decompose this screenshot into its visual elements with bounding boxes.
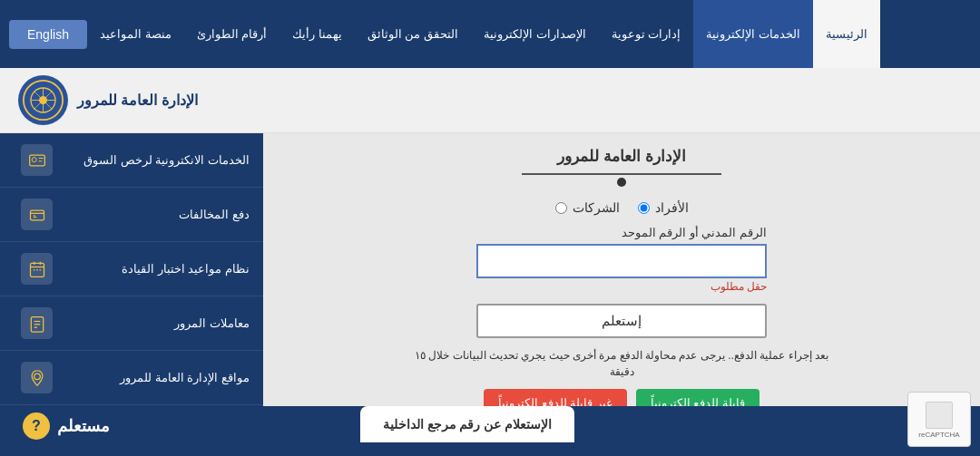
radio-individuals-input[interactable]	[638, 202, 650, 214]
submit-button[interactable]: إستعلم	[476, 304, 767, 338]
mostalam-label: مستعلم	[57, 416, 110, 436]
mostalam-icon: ?	[23, 412, 50, 440]
radio-companies-input[interactable]	[555, 202, 567, 214]
driving-licenses-icon	[21, 144, 53, 176]
sidebar-item-exam-appointments-label: نظام مواعيد اختبار القيادة	[122, 262, 250, 276]
sidebar-item-locations[interactable]: مواقع الإدارة العامة للمرور	[0, 351, 263, 405]
radio-companies[interactable]: الشركات	[555, 200, 620, 215]
form-title: الإدارة العامة للمرور	[557, 147, 685, 166]
english-button[interactable]: English	[9, 20, 87, 49]
info-text: بعد إجراء عملية الدفع.. يرجى عدم محاولة …	[404, 347, 839, 380]
civil-number-input[interactable]	[476, 244, 767, 278]
sidebar-item-exam-appointments[interactable]: نظام مواعيد اختبار القيادة	[0, 242, 263, 296]
org-logo	[18, 75, 68, 125]
bottom-bar: الإستعلام عن رقم مرجع الداخلية	[0, 406, 980, 456]
transactions-icon	[21, 307, 53, 339]
nav-menu: الرئيسية الخدمات الإلكترونية إدارات توعو…	[87, 0, 971, 68]
radio-group: الأفراد الشركات	[555, 200, 689, 215]
nav-item-home[interactable]: الرئيسية	[813, 0, 880, 68]
sidebar-item-driving-licenses[interactable]: الخدمات الانكترونية لرخص السوق	[0, 133, 263, 188]
inquiry-bottom-label: الإستعلام عن رقم مرجع الداخلية	[383, 417, 553, 432]
sidebar-item-transactions[interactable]: معاملات المرور	[0, 296, 263, 351]
violations-icon	[21, 199, 53, 230]
field-label: الرقم المدني أو الرقم الموحد	[476, 226, 767, 239]
title-underline	[522, 173, 721, 175]
locations-icon	[21, 362, 53, 393]
radio-individuals-label: الأفراد	[655, 200, 689, 215]
nav-item-publications[interactable]: الإصدارات الإلكترونية	[471, 0, 599, 68]
sidebar-item-violations-label: دفع المخالفات	[179, 208, 250, 221]
nav-item-emergency[interactable]: أرقام الطوارئ	[184, 0, 280, 68]
exam-appointments-icon	[21, 253, 53, 285]
required-text: حقل مطلوب	[476, 280, 767, 293]
nav-item-appointments[interactable]: منصة المواعيد	[87, 0, 184, 68]
svg-point-8	[32, 157, 36, 161]
radio-individuals[interactable]: الأفراد	[638, 200, 689, 215]
sidebar-item-violations[interactable]: دفع المخالفات	[0, 188, 263, 242]
nav-item-verify[interactable]: التحقق من الوثائق	[355, 0, 471, 68]
subheader: الإدارة العامة للمرور	[0, 68, 980, 133]
svg-rect-11	[30, 210, 44, 220]
nav-item-awareness[interactable]: إدارات توعوية	[599, 0, 694, 68]
org-title: الإدارة العامة للمرور	[77, 92, 198, 109]
inquiry-bottom-card: الإستعلام عن رقم مرجع الداخلية	[360, 406, 575, 442]
recaptcha-label: reCAPTCHA	[916, 431, 963, 439]
nav-item-eservices[interactable]: الخدمات الإلكترونية	[693, 0, 813, 68]
radio-companies-label: الشركات	[573, 200, 620, 215]
svg-point-26	[34, 374, 40, 380]
mostalam-logo[interactable]: مستعلم ?	[9, 405, 123, 447]
title-dot	[617, 178, 626, 187]
sidebar-item-locations-label: مواقع الإدارة العامة للمرور	[120, 371, 250, 384]
top-nav-bar: الرئيسية الخدمات الإلكترونية إدارات توعو…	[0, 0, 980, 68]
recaptcha-checkbox[interactable]	[926, 402, 953, 429]
nav-item-feedback[interactable]: يهمنا رأيك	[279, 0, 355, 68]
recaptcha-widget[interactable]: reCAPTCHA	[907, 392, 971, 447]
sidebar-item-transactions-label: معاملات المرور	[174, 316, 250, 330]
sidebar-item-driving-licenses-label: الخدمات الانكترونية لرخص السوق	[83, 153, 250, 167]
